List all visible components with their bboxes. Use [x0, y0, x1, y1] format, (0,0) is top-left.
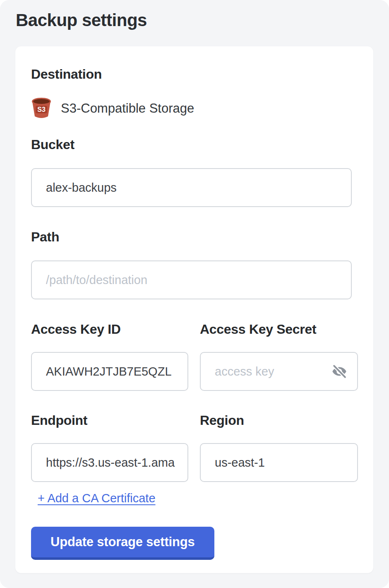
access-key-secret-label: Access Key Secret	[200, 322, 358, 336]
region-label: Region	[200, 413, 358, 427]
endpoint-region-inputs-row	[31, 443, 358, 482]
access-key-labels-row: Access Key ID Access Key Secret	[31, 322, 358, 336]
destination-value: S3-Compatible Storage	[61, 101, 194, 116]
path-input[interactable]	[31, 260, 352, 299]
bucket-input[interactable]	[31, 168, 352, 207]
access-key-id-label: Access Key ID	[31, 322, 188, 336]
s3-bucket-icon: S3	[31, 98, 52, 119]
settings-card: Destination S3 S3-Compatible Storage Buc…	[15, 46, 373, 573]
access-key-inputs-row	[31, 352, 358, 391]
add-ca-certificate-link[interactable]: + Add a CA Certificate	[38, 491, 156, 505]
region-input[interactable]	[200, 443, 358, 482]
destination-value-row: S3 S3-Compatible Storage	[31, 98, 358, 119]
eye-off-icon	[330, 362, 348, 381]
endpoint-label: Endpoint	[31, 413, 188, 427]
page-title: Backup settings	[16, 10, 147, 31]
toggle-secret-visibility-button[interactable]	[330, 362, 349, 381]
access-key-secret-field	[200, 352, 358, 391]
endpoint-input[interactable]	[31, 443, 188, 482]
ca-certificate-link-row: + Add a CA Certificate	[31, 491, 358, 505]
destination-label: Destination	[31, 67, 358, 81]
backup-settings-screen: Backup settings Destination S3 S3-Compat…	[0, 0, 389, 588]
bucket-label: Bucket	[31, 137, 358, 152]
endpoint-region-labels-row: Endpoint Region	[31, 413, 358, 427]
path-label: Path	[31, 230, 358, 244]
access-key-id-input[interactable]	[31, 352, 188, 391]
update-storage-settings-button[interactable]: Update storage settings	[31, 527, 214, 560]
svg-text:S3: S3	[37, 106, 46, 113]
